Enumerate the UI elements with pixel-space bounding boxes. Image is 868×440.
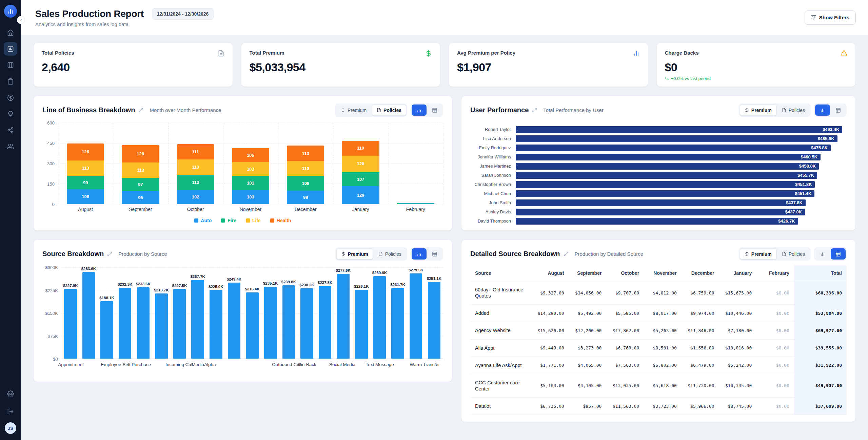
policies-toggle-button[interactable]: Policies <box>374 248 406 260</box>
table-view-button[interactable] <box>831 248 846 260</box>
show-filters-button[interactable]: Show Filters <box>805 11 856 25</box>
chart-view-button[interactable] <box>815 104 830 116</box>
column-header[interactable]: December <box>682 265 719 281</box>
bar-segment-life[interactable]: 103 <box>232 162 269 176</box>
bar-segment-health[interactable]: 113 <box>287 146 324 161</box>
source-bar[interactable] <box>173 289 186 359</box>
source-bar[interactable] <box>137 287 150 359</box>
user-bar[interactable]: $493.4K <box>516 126 842 133</box>
source-bar[interactable] <box>391 288 404 359</box>
user-bar[interactable]: $475.8K <box>516 145 831 151</box>
source-bar[interactable] <box>319 286 332 359</box>
sidebar-item-reports[interactable] <box>4 42 17 56</box>
source-bar[interactable] <box>300 288 313 359</box>
chart-view-button[interactable] <box>412 248 427 260</box>
user-bar[interactable]: $458.0K <box>516 163 819 170</box>
bar-segment-auto[interactable]: 129 <box>342 186 379 204</box>
expand-icon[interactable] <box>532 108 537 113</box>
bar-segment-health[interactable]: 126 <box>67 144 104 160</box>
source-bar[interactable] <box>264 287 277 359</box>
sidebar-item-billing[interactable] <box>4 91 17 104</box>
sidebar-item-records[interactable] <box>4 75 17 88</box>
bar-segment-fire[interactable]: 107 <box>342 172 379 187</box>
source-bar[interactable] <box>228 283 241 359</box>
column-header[interactable]: Total <box>794 265 847 281</box>
user-bar[interactable]: $451.8K <box>516 181 815 188</box>
avatar[interactable]: JS <box>5 422 16 434</box>
column-header[interactable]: September <box>569 265 607 281</box>
user-bar[interactable]: $426.7K <box>516 218 798 225</box>
user-bar[interactable]: $437.8K <box>516 199 806 206</box>
sidebar-item-team[interactable] <box>4 140 17 153</box>
bar-segment-health[interactable]: 110 <box>342 141 379 156</box>
source-bar[interactable] <box>337 274 350 359</box>
policies-toggle-button[interactable]: Policies <box>777 248 810 260</box>
premium-toggle-button[interactable]: Premium <box>740 104 776 116</box>
column-header[interactable]: January <box>719 265 757 281</box>
expand-icon[interactable] <box>138 108 143 113</box>
bar-segment-fire[interactable]: 97 <box>122 178 159 191</box>
table-view-button[interactable] <box>427 248 442 260</box>
bar-segment-fire[interactable]: 108 <box>287 176 324 191</box>
user-bar[interactable]: $437.0K <box>516 209 805 215</box>
sidebar-item-home[interactable] <box>4 26 17 39</box>
table-view-button[interactable] <box>831 104 846 116</box>
bar-segment-auto[interactable]: 108 <box>67 189 104 204</box>
chart-view-button[interactable] <box>412 104 427 116</box>
source-bar[interactable] <box>428 282 441 359</box>
policies-toggle-button[interactable]: Policies <box>372 104 406 116</box>
bar-segment-auto[interactable]: 98 <box>287 191 324 204</box>
date-range-badge[interactable]: 12/31/2024 - 12/30/2026 <box>152 8 214 20</box>
source-bar[interactable] <box>155 293 168 359</box>
app-logo[interactable] <box>4 5 17 18</box>
source-bar[interactable] <box>100 301 113 359</box>
source-bar[interactable] <box>410 273 422 359</box>
bar-segment-life[interactable]: 113 <box>67 160 104 176</box>
user-bar[interactable]: $460.5K <box>516 154 821 160</box>
sidebar-item-workflows[interactable] <box>4 123 17 137</box>
column-header[interactable]: November <box>644 265 682 281</box>
source-bar[interactable] <box>119 288 132 359</box>
bar-segment-fire[interactable]: 101 <box>232 176 269 190</box>
expand-icon[interactable] <box>564 251 569 256</box>
source-bar[interactable] <box>210 290 222 359</box>
sidebar-collapse-button[interactable]: ‹ <box>17 16 25 24</box>
source-bar[interactable] <box>355 290 368 359</box>
premium-toggle-button[interactable]: Premium <box>740 248 776 260</box>
legend-item-health[interactable]: Health <box>270 218 291 223</box>
chart-view-button[interactable] <box>815 248 830 260</box>
bar-segment-auto[interactable]: 95 <box>122 191 159 204</box>
column-header[interactable]: Source <box>470 265 531 281</box>
logout-button[interactable] <box>4 405 17 418</box>
source-bar[interactable] <box>246 292 259 359</box>
policies-toggle-button[interactable]: Policies <box>777 104 810 116</box>
bar-segment-health[interactable]: 111 <box>177 144 214 159</box>
column-header[interactable]: August <box>531 265 569 281</box>
bar-segment-life[interactable]: 113 <box>177 159 214 175</box>
bar-segment-life[interactable]: 120 <box>342 156 379 172</box>
source-bar[interactable] <box>64 289 77 359</box>
bar-segment-life[interactable]: 113 <box>122 162 159 178</box>
sidebar-item-insights[interactable] <box>4 107 17 121</box>
user-bar[interactable]: $455.7K <box>516 172 817 179</box>
source-bar[interactable] <box>191 280 204 359</box>
expand-icon[interactable] <box>107 251 112 256</box>
bar-segment-health[interactable]: 106 <box>232 148 269 162</box>
bar-segment-life[interactable]: 110 <box>287 161 324 176</box>
legend-item-life[interactable]: Life <box>246 218 261 223</box>
bar-segment-auto[interactable]: 103 <box>232 190 269 204</box>
premium-toggle-button[interactable]: Premium <box>336 104 371 116</box>
bar-segment-fire[interactable]: 99 <box>67 176 104 189</box>
user-bar[interactable]: $485.9K <box>516 135 837 142</box>
bar-segment-auto[interactable] <box>397 204 434 204</box>
source-bar[interactable] <box>373 276 386 359</box>
source-bar[interactable] <box>82 272 95 359</box>
table-view-button[interactable] <box>427 104 442 116</box>
legend-item-fire[interactable]: Fire <box>221 218 236 223</box>
source-bar[interactable] <box>282 285 295 359</box>
sidebar-item-boards[interactable] <box>4 58 17 72</box>
bar-segment-auto[interactable]: 102 <box>177 190 214 204</box>
legend-item-auto[interactable]: Auto <box>194 218 212 223</box>
bar-segment-fire[interactable]: 113 <box>177 175 214 190</box>
column-header[interactable]: October <box>606 265 644 281</box>
